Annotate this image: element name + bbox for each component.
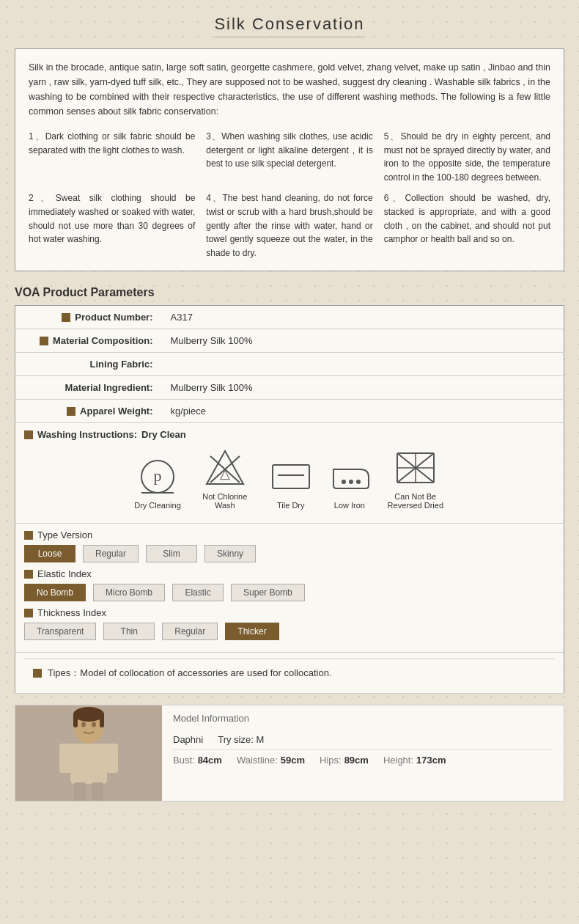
thickness_index-option-transparent[interactable]: Transparent: [24, 623, 96, 640]
washing-icon-label: Dry Cleaning: [134, 501, 181, 510]
type_version-option-slim[interactable]: Slim: [146, 545, 197, 562]
stat-value: 173cm: [416, 755, 446, 766]
svg-rect-28: [73, 713, 78, 727]
tip-number: 5、: [384, 131, 401, 142]
product-params-title: VOA Product Parameters: [15, 286, 564, 299]
elastic_index-option-elastic[interactable]: Elastic: [172, 584, 224, 601]
conservation-box: Silk in the brocade, antique satin, larg…: [15, 48, 564, 271]
stat-label: Bust:: [173, 755, 195, 766]
model-try-size-label: Try size: M: [218, 734, 264, 745]
param-label-text: Material Composition:: [53, 335, 153, 346]
svg-rect-20: [70, 744, 107, 784]
model-photo-svg: [15, 705, 162, 801]
model-stat-height: Height: 173cm: [383, 755, 446, 766]
tip-number: 4、: [206, 193, 222, 203]
washing-value: Dry Clean: [141, 429, 186, 440]
brown-square-icon: [67, 407, 75, 416]
param-label-text: Product Number:: [75, 312, 152, 323]
type_version-option-skinny[interactable]: Skinny: [204, 545, 256, 562]
param-value-cell: kg/piece: [162, 400, 564, 423]
param-row: Material Ingredient:Mulberry Silk 100%: [15, 376, 564, 400]
type_version-header: Type Version: [24, 529, 555, 540]
tip-item: 4、The best hand cleaning, do not force t…: [206, 191, 372, 260]
thickness_index-buttons: TransparentThinRegularThicker: [24, 623, 555, 640]
tip-item: 5、Should be dry in eighty percent, and m…: [384, 130, 550, 184]
svg-rect-29: [100, 713, 104, 727]
elastic_index-icon: [24, 570, 33, 579]
model-details: Model Information Daphni Try size: M Bus…: [162, 705, 564, 801]
stat-value: 89cm: [344, 755, 369, 766]
brown-square-icon: [40, 337, 48, 345]
svg-point-27: [73, 707, 104, 722]
model-stats-row: Bust: 84cmWaistline: 59cmHips: 89cmHeigh…: [173, 750, 553, 770]
thickness_index-header: Thickness Index: [24, 607, 555, 618]
thickness_index-option-thin[interactable]: Thin: [103, 623, 155, 640]
param-row: Product Number: A317: [15, 306, 564, 329]
no-chlorine-svg: △: [203, 447, 247, 488]
model-info-title: Model Information: [173, 713, 553, 724]
tip-number: 3、: [206, 131, 221, 142]
elastic_index-option-micro-bomb[interactable]: Micro Bomb: [93, 584, 165, 601]
stat-label: Waistline:: [237, 755, 278, 766]
model-info-section: Model Information Daphni Try size: M Bus…: [15, 705, 564, 802]
type_version-label: Type Version: [37, 529, 92, 540]
model-photo: [15, 705, 162, 801]
type_version-option-loose[interactable]: Loose: [24, 545, 75, 562]
washing-icon-label: Tile Dry: [277, 501, 304, 510]
tip-number: 6、: [384, 193, 405, 203]
washing-icon-tile-dry: Tile Dry: [269, 456, 313, 510]
thickness_index-icon: [24, 609, 33, 617]
param-row: Material Composition: Mulberry Silk 100%: [15, 329, 564, 353]
product-params-section: VOA Product Parameters Product Number: A…: [15, 286, 564, 694]
tipes-text: Tipes：Model of collocation of accessorie…: [48, 667, 332, 680]
elastic_index-buttons: No BombMicro BombElasticSuper Bomb: [24, 584, 555, 601]
tip-item: 3、When washing silk clothes, use acidic …: [206, 130, 372, 184]
model-stat-bust: Bust: 84cm: [173, 755, 222, 766]
washing-icon-label: Low Iron: [334, 501, 365, 510]
model-stat-waistline: Waistline: 59cm: [237, 755, 305, 766]
param-value-cell: Mulberry Silk 100%: [162, 376, 564, 400]
svg-point-9: [342, 480, 346, 484]
param-label-text: Apparel Weight:: [80, 406, 152, 417]
tip-item: 1、Dark clothing or silk fabric should be…: [29, 130, 195, 184]
param-label-with-icon: Material Composition:: [24, 335, 153, 346]
param-value-cell: [162, 353, 564, 376]
tipes-icon: [33, 669, 42, 678]
tipes-row: Tipes：Model of collocation of accessorie…: [15, 653, 564, 694]
brown-square-icon: [62, 313, 70, 322]
washing-icon-label: Not Chlorine Wash: [196, 492, 254, 510]
param-value-cell: Mulberry Silk 100%: [162, 329, 564, 353]
type-section-row: Type VersionLooseRegularSlimSkinny Elast…: [15, 524, 564, 653]
washing-label: Washing Instructions:: [37, 429, 137, 440]
type_version-option-regular[interactable]: Regular: [83, 545, 139, 562]
washing-icon-no-reverse-dry: Can Not Be Reversed Dried: [386, 447, 445, 510]
tile-dry-svg: [269, 456, 313, 496]
thickness_index-label: Thickness Index: [37, 607, 106, 618]
svg-rect-22: [105, 744, 118, 773]
param-label-cell: Material Ingredient:: [15, 376, 162, 400]
param-row: Apparel Weight: kg/piece: [15, 400, 564, 423]
washing-brown-square-icon: [24, 430, 33, 439]
thickness_index-option-regular[interactable]: Regular: [162, 623, 218, 640]
svg-rect-24: [92, 782, 103, 801]
stat-label: Height:: [383, 755, 413, 766]
type_version-icon: [24, 531, 33, 540]
washing-icon-label: Can Not Be Reversed Dried: [386, 492, 445, 510]
tipes-section: Tipes：Model of collocation of accessorie…: [24, 659, 555, 687]
stat-value: 84cm: [198, 755, 222, 766]
svg-rect-23: [74, 782, 86, 801]
elastic_index-option-no-bomb[interactable]: No Bomb: [24, 584, 86, 601]
param-value-cell: A317: [162, 306, 564, 329]
washing-header: Washing Instructions: Dry Clean: [24, 429, 555, 440]
svg-point-10: [349, 480, 353, 484]
washing-icon-low-iron: Low Iron: [328, 456, 372, 510]
stat-value: 59cm: [281, 755, 305, 766]
type_version-buttons: LooseRegularSlimSkinny: [24, 545, 555, 562]
svg-rect-7: [273, 465, 309, 488]
thickness_index-option-thicker[interactable]: Thicker: [225, 623, 279, 640]
elastic_index-header: Elastic Index: [24, 568, 555, 579]
elastic_index-option-super-bomb[interactable]: Super Bomb: [231, 584, 305, 601]
param-label-cell: Lining Fabric:: [15, 353, 162, 376]
tip-number: 1、: [29, 131, 45, 142]
svg-text:p: p: [154, 466, 162, 485]
